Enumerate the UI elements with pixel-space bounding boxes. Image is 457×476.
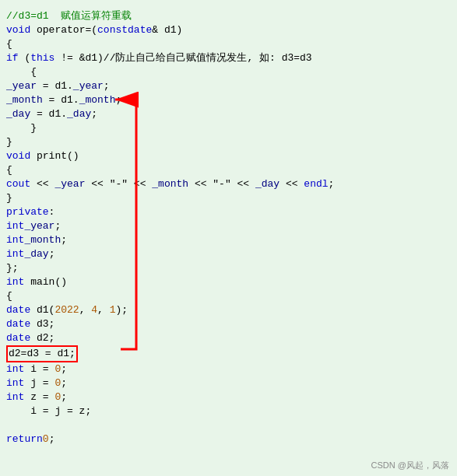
code-line: date d3;	[0, 317, 457, 331]
code-line: void operator=(const date& d1)	[0, 23, 457, 37]
code-line: date d2;	[0, 331, 457, 345]
code-line: {	[0, 65, 457, 79]
code-line: int main()	[0, 275, 457, 289]
code-line: int _year;	[0, 219, 457, 233]
code-line: int _day;	[0, 247, 457, 261]
code-line: _month = d1._month;	[0, 93, 457, 107]
code-line: return 0;	[0, 432, 457, 446]
code-line: i = j = z;	[0, 404, 457, 418]
code-line: //d3=d1 赋值运算符重载	[0, 9, 457, 23]
code-line: };	[0, 261, 457, 275]
code-line	[0, 418, 457, 432]
code-line: }	[0, 191, 457, 205]
code-line: {	[0, 289, 457, 303]
code-container: //d3=d1 赋值运算符重载void operator=(const date…	[0, 0, 457, 476]
code-line: _year = d1._year;	[0, 79, 457, 93]
code-line: if (this != &d1)//防止自己给自己赋值情况发生, 如: d3=d…	[0, 51, 457, 65]
code-line: cout << _year << "-" << _month << "-" <<…	[0, 177, 457, 191]
code-line: _day = d1._day;	[0, 107, 457, 121]
code-line: int j = 0;	[0, 376, 457, 390]
code-line: date d1(2022, 4, 1);	[0, 303, 457, 317]
code-line: d2=d3 = d1;	[0, 345, 457, 362]
code-line: {	[0, 163, 457, 177]
code-line: private:	[0, 205, 457, 219]
code-block: //d3=d1 赋值运算符重载void operator=(const date…	[0, 6, 457, 450]
code-line: }	[0, 121, 457, 135]
code-line: void print()	[0, 149, 457, 163]
code-line: {	[0, 37, 457, 51]
code-line: int z = 0;	[0, 390, 457, 404]
code-line: int i = 0;	[0, 362, 457, 376]
code-line: }	[0, 135, 457, 149]
code-line: int _month;	[0, 233, 457, 247]
watermark: CSDN @风起，风落	[371, 460, 449, 471]
